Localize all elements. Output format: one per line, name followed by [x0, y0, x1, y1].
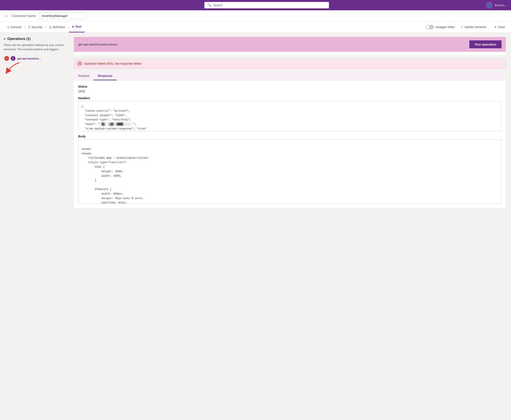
toggle-knob: [426, 25, 430, 29]
sidebar: ∨ Operations (1) These are the operation…: [0, 33, 69, 420]
collapse-icon: ∨: [3, 37, 6, 41]
response-content: Status (403) Headers { "cache-control": …: [74, 81, 506, 208]
connector-name-label: Connector Name: [12, 14, 36, 18]
toggle-switch[interactable]: [426, 25, 434, 29]
body-content: <html> <head> <title>Web App - Unavailab…: [81, 142, 498, 204]
close-label: Close: [498, 25, 505, 29]
back-button[interactable]: ←: [4, 13, 8, 18]
tab-security[interactable]: 2. Security: [25, 22, 45, 32]
tab-security-label: 2. Security: [28, 25, 42, 29]
tab-test-label: 4. Test: [72, 25, 81, 28]
step-tabs: 1. General › 2. Security › 3. Definition…: [0, 22, 511, 33]
user-icon[interactable]: 👤: [486, 2, 493, 9]
tab-general[interactable]: 1. General: [4, 22, 24, 32]
search-icon: 🔍: [207, 3, 211, 7]
error-message: Operation failed (403), see response bel…: [84, 62, 142, 65]
topbar: 🔍 👤 Environ...: [0, 0, 511, 10]
operations-description: These are the operations defined by your…: [3, 43, 65, 51]
close-icon: ✕: [494, 25, 497, 29]
body-code-box[interactable]: <html> <head> <title>Web App - Unavailab…: [78, 139, 502, 204]
error-banner: ✕ Operation failed (403), see response b…: [74, 59, 506, 68]
operation-card-body: [74, 52, 506, 55]
search-input[interactable]: [213, 3, 326, 7]
operations-header[interactable]: ∨ Operations (1): [3, 37, 65, 41]
connector-name-input[interactable]: [39, 12, 86, 19]
operations-count-label: Operations (1): [7, 37, 30, 41]
update-connector-button[interactable]: ✓ Update connector: [459, 24, 488, 30]
main-layout: ∨ Operations (1) These are the operation…: [0, 33, 511, 420]
update-connector-label: Update connector: [464, 25, 487, 29]
tab-definition[interactable]: 3. Definition: [46, 22, 68, 32]
error-badge: !: [4, 56, 9, 61]
headers-section-title: Headers: [78, 96, 502, 100]
error-icon: ✕: [77, 61, 82, 66]
tab-request[interactable]: Request: [74, 72, 94, 80]
date-blurred: █▓ ░▒▓█▒ ████ ░░░░: [102, 123, 132, 126]
tab-definition-label: 3. Definition: [49, 25, 65, 29]
swagger-editor-toggle[interactable]: Swagger Editor: [426, 25, 455, 29]
tab-test[interactable]: 4. Test: [69, 22, 84, 32]
operation-link[interactable]: get-api-warehou...: [17, 57, 41, 60]
checkmark-icon: ✓: [461, 25, 463, 29]
close-button[interactable]: ✕ Close: [493, 24, 507, 30]
swagger-editor-label: Swagger Editor: [436, 25, 455, 29]
tab-response[interactable]: Response: [94, 72, 117, 80]
arrow-annotation: [3, 61, 23, 74]
titlebar: ← Connector Name: [0, 10, 511, 22]
headers-code-box[interactable]: { "cache-control": "private", "content-l…: [78, 101, 502, 131]
count-badge: 1: [11, 56, 15, 61]
response-tabs: Request Response: [74, 72, 506, 81]
tab-general-label: 1. General: [7, 25, 21, 29]
status-value: (403): [78, 90, 502, 93]
operation-item[interactable]: ! 1 get-api-warehou...: [3, 55, 65, 62]
headers-content: { "cache-control": "private", "content-l…: [81, 104, 498, 131]
test-operation-button[interactable]: Test operation: [469, 40, 502, 48]
search-bar[interactable]: 🔍: [204, 2, 329, 8]
status-section-title: Status: [78, 85, 502, 88]
body-section-title: Body: [78, 135, 502, 138]
topbar-right: 👤 Environ...: [486, 2, 507, 9]
operation-card-header: get-api-warehouselocations Test operatio…: [74, 37, 506, 52]
env-label: Environ...: [495, 4, 507, 7]
content-area: get-api-warehouselocations Test operatio…: [69, 33, 511, 420]
operation-card-name: get-api-warehouselocations: [78, 43, 117, 46]
toolbar-actions: Swagger Editor ✓ Update connector ✕ Clos…: [426, 24, 507, 30]
